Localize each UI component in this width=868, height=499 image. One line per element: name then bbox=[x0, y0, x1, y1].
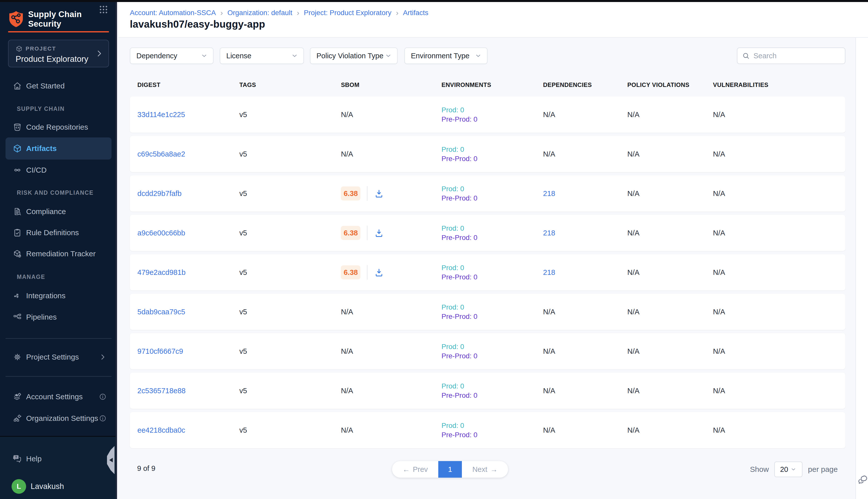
search-input[interactable] bbox=[754, 52, 839, 60]
compliance-icon bbox=[13, 207, 22, 216]
sbom-score-badge: 6.38 bbox=[341, 186, 360, 200]
sbom-cell: N/A bbox=[341, 150, 441, 158]
preprod-count: Pre-Prod: 0 bbox=[442, 194, 543, 203]
breadcrumb-link-account-automation-ssca[interactable]: Account: Automation-SSCA bbox=[130, 9, 216, 17]
page-size-select[interactable]: 20 bbox=[774, 462, 803, 477]
sbom-score-badge: 6.38 bbox=[341, 265, 360, 279]
table-header: DIGESTTAGSSBOMENVIRONMENTSDEPENDENCIESPO… bbox=[130, 80, 845, 90]
policy-violations-cell: N/A bbox=[628, 111, 713, 119]
sidebar-item-pipelines[interactable]: Pipelines bbox=[0, 307, 115, 327]
tag-cell: v5 bbox=[239, 150, 341, 158]
per-page-label: per page bbox=[808, 465, 838, 474]
info-icon[interactable] bbox=[99, 393, 107, 401]
chevron-down-icon bbox=[474, 52, 482, 60]
policy-violations-cell: N/A bbox=[628, 308, 713, 316]
user-menu[interactable]: L Lavakush bbox=[0, 476, 115, 497]
sidebar-section-manage: MANAGE bbox=[17, 273, 45, 280]
digest-link[interactable]: a9c6e00c66bb bbox=[137, 229, 239, 237]
sidebar-item-rule-definitions[interactable]: Rule Definitions bbox=[0, 223, 115, 243]
feedback-chat-icon[interactable] bbox=[857, 474, 868, 485]
tag-cell: v5 bbox=[239, 387, 341, 395]
arrow-right-icon: → bbox=[490, 465, 498, 474]
integrations-icon bbox=[13, 291, 22, 301]
breadcrumb-link-artifacts[interactable]: Artifacts bbox=[403, 9, 428, 17]
digest-link[interactable]: 33d114e1c225 bbox=[137, 111, 239, 119]
sidebar-item-get-started[interactable]: Get Started bbox=[0, 76, 115, 96]
filter-policy-violation-type[interactable]: Policy Violation Type bbox=[310, 48, 398, 64]
digest-link[interactable]: dcdd29b7fafb bbox=[137, 190, 239, 198]
column-header-vulnerabilities: VULNERABILITIES bbox=[713, 82, 845, 88]
info-icon[interactable] bbox=[99, 415, 107, 422]
sbom-divider bbox=[367, 186, 368, 201]
prod-count: Prod: 0 bbox=[442, 145, 543, 154]
digest-link[interactable]: c69c5b6a8ae2 bbox=[137, 150, 239, 158]
table-row: 479e2acd981bv56.38Prod: 0Pre-Prod: 0218N… bbox=[130, 254, 845, 291]
prod-count: Prod: 0 bbox=[442, 342, 543, 351]
digest-link[interactable]: ee4218cdba0c bbox=[137, 426, 239, 435]
vulnerabilities-cell: N/A bbox=[713, 387, 845, 395]
organization-settings-icon bbox=[13, 414, 22, 423]
sbom-cell: N/A bbox=[341, 426, 441, 435]
filter-dependency[interactable]: Dependency bbox=[130, 48, 213, 64]
digest-link[interactable]: 2c5365718e88 bbox=[137, 387, 239, 395]
pagination: ← Prev 1 Next → bbox=[392, 461, 508, 478]
prev-page-button[interactable]: ← Prev bbox=[392, 461, 438, 478]
chevron-down-icon bbox=[200, 52, 208, 60]
policy-violations-cell: N/A bbox=[628, 426, 713, 435]
sidebar-section-risk-and-compliance: RISK AND COMPLIANCE bbox=[17, 190, 94, 196]
sbom-divider bbox=[367, 265, 368, 280]
tag-cell: v5 bbox=[239, 229, 341, 237]
sidebar-item-remediation-tracker[interactable]: Remediation Tracker bbox=[0, 244, 115, 264]
breadcrumb-link-project-product-exploratory[interactable]: Project: Product Exploratory bbox=[304, 9, 392, 17]
row-count: 9 of 9 bbox=[137, 464, 156, 473]
environments-cell: Prod: 0Pre-Prod: 0 bbox=[442, 421, 543, 439]
sidebar-item-integrations[interactable]: Integrations bbox=[0, 286, 115, 306]
download-sbom-icon[interactable] bbox=[374, 267, 384, 277]
dependencies-cell: N/A bbox=[543, 426, 627, 435]
user-name: Lavakush bbox=[30, 482, 64, 491]
get-started-icon bbox=[13, 81, 22, 91]
search-box bbox=[737, 48, 845, 64]
column-header-digest: DIGEST bbox=[137, 82, 239, 88]
download-sbom-icon[interactable] bbox=[374, 188, 384, 198]
policy-violations-cell: N/A bbox=[628, 347, 713, 355]
rule-definitions-icon bbox=[13, 228, 22, 238]
dependencies-link[interactable]: 218 bbox=[543, 190, 627, 198]
sidebar-item-organization-settings[interactable]: Organization Settings bbox=[0, 408, 115, 428]
sbom-cell: N/A bbox=[341, 308, 441, 316]
table-row: ee4218cdba0cv5N/AProd: 0Pre-Prod: 0N/AN/… bbox=[130, 412, 845, 448]
environments-cell: Prod: 0Pre-Prod: 0 bbox=[442, 223, 543, 242]
sidebar-item-project-settings[interactable]: Project Settings bbox=[0, 347, 115, 367]
sidebar-item-account-settings[interactable]: Account Settings bbox=[0, 387, 115, 407]
filter-license[interactable]: License bbox=[220, 48, 304, 64]
help-icon: ? bbox=[12, 454, 22, 464]
filter-environment-type[interactable]: Environment Type bbox=[404, 48, 487, 64]
dependencies-cell: N/A bbox=[543, 111, 627, 119]
sidebar-item-code-repositories[interactable]: Code Repositories bbox=[0, 117, 115, 137]
sidebar-item-help[interactable]: ? Help bbox=[0, 449, 115, 469]
environments-cell: Prod: 0Pre-Prod: 0 bbox=[442, 381, 543, 400]
account-settings-icon bbox=[13, 392, 22, 402]
sidebar-item-compliance[interactable]: Compliance bbox=[0, 202, 115, 222]
dependencies-cell: N/A bbox=[543, 347, 627, 355]
environments-cell: Prod: 0Pre-Prod: 0 bbox=[442, 145, 543, 163]
digest-link[interactable]: 5dab9caa79c5 bbox=[137, 308, 239, 316]
digest-link[interactable]: 9710cf6667c9 bbox=[137, 347, 239, 355]
sidebar-item-ci-cd[interactable]: CI/CD bbox=[0, 160, 115, 180]
preprod-count: Pre-Prod: 0 bbox=[442, 351, 543, 361]
sidebar-section-supply-chain: SUPPLY CHAIN bbox=[17, 106, 64, 112]
column-header-sbom: SBOM bbox=[341, 82, 441, 88]
download-sbom-icon[interactable] bbox=[374, 228, 384, 238]
tag-cell: v5 bbox=[239, 426, 341, 435]
breadcrumb-link-organization-default[interactable]: Organization: default bbox=[227, 9, 292, 17]
dependencies-link[interactable]: 218 bbox=[543, 229, 627, 237]
current-page-button[interactable]: 1 bbox=[438, 461, 462, 478]
next-page-button[interactable]: Next → bbox=[462, 461, 508, 478]
sidebar-item-artifacts[interactable]: Artifacts bbox=[5, 137, 112, 160]
window-top-bar bbox=[0, 0, 868, 2]
sbom-cell: N/A bbox=[341, 111, 441, 119]
sbom-cell: 6.38 bbox=[341, 226, 441, 240]
dependencies-link[interactable]: 218 bbox=[543, 268, 627, 277]
digest-link[interactable]: 479e2acd981b bbox=[137, 268, 239, 277]
chevron-right-icon bbox=[99, 353, 107, 361]
